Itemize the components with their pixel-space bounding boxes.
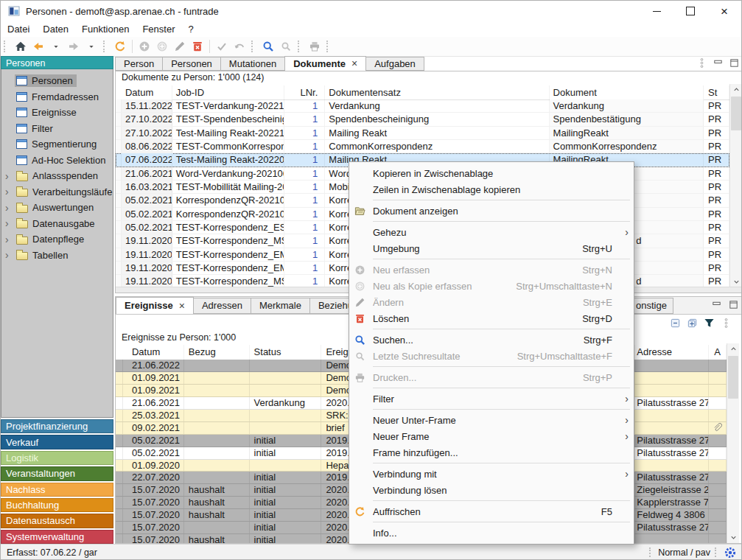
- toolbar-print-button[interactable]: [307, 38, 323, 55]
- maximize-button[interactable]: [673, 1, 707, 21]
- toolbar-home-button[interactable]: [13, 38, 29, 55]
- minimize-button[interactable]: [640, 1, 673, 21]
- toolbar-undo-button[interactable]: [231, 38, 248, 55]
- module-nachlass[interactable]: Nachlass: [1, 483, 113, 497]
- grip-handle[interactable]: [326, 41, 332, 52]
- grip-handle[interactable]: [103, 41, 108, 52]
- toolbar-edit-button[interactable]: [172, 38, 188, 55]
- sidebar-item-ad-hoc-selektion[interactable]: Ad-Hoc Selektion: [1, 153, 113, 169]
- toolbar-caret-button[interactable]: [83, 38, 99, 55]
- column-header-datum[interactable]: Datum: [122, 85, 172, 99]
- column-header-st[interactable]: St: [704, 85, 729, 99]
- kebab-icon[interactable]: [696, 57, 707, 69]
- panel-min-icon[interactable]: [711, 299, 722, 310]
- menu-item-dokument-anzeigen[interactable]: Dokument anzeigen: [349, 203, 634, 219]
- tab-merkmale[interactable]: Merkmale: [251, 298, 310, 314]
- module-veranstaltungen[interactable]: Veranstaltungen: [1, 466, 113, 480]
- panel-max-icon[interactable]: [728, 299, 739, 310]
- events-scrollbar[interactable]: [727, 343, 739, 543]
- menu-item-filter[interactable]: Filter›: [349, 391, 634, 407]
- collapse-icon[interactable]: [670, 318, 681, 329]
- menu-item-kopieren-in-zwischenablage[interactable]: Kopieren in Zwischenablage: [349, 165, 634, 181]
- panel-min-icon[interactable]: [713, 57, 724, 69]
- menu-daten[interactable]: Daten: [36, 21, 75, 37]
- sidebar-item-segmentierung[interactable]: Segmentierung: [1, 136, 113, 153]
- menu-item-verbindung-mit[interactable]: Verbindung mit›: [349, 466, 634, 482]
- close-icon[interactable]: ×: [351, 57, 357, 71]
- menu-item-auffrischen[interactable]: AuffrischenF5: [349, 503, 634, 519]
- kebab-icon[interactable]: [721, 318, 732, 329]
- close-button[interactable]: ×: [707, 1, 741, 21]
- sidebar-item-personen[interactable]: Personen: [1, 73, 113, 89]
- scroll-down-button[interactable]: [727, 532, 739, 543]
- toolbar-confirm-button[interactable]: [214, 38, 230, 55]
- sidebar-item-filter[interactable]: Filter: [1, 121, 113, 137]
- sidebar-item-verarbeitungsläufe[interactable]: ›Verarbeitungsläufe: [1, 184, 113, 200]
- tab-person[interactable]: Person: [115, 57, 163, 71]
- gear-icon[interactable]: [724, 546, 737, 559]
- toolbar-delete-button[interactable]: [189, 38, 206, 55]
- menu-item-verbindung-lösen[interactable]: Verbindung lösen: [349, 482, 634, 498]
- table-row[interactable]: 15.11.2022TEST-Verdankung-20221115-0...1…: [116, 99, 729, 113]
- menu-item-neuer-frame[interactable]: Neuer Frame›: [349, 428, 634, 444]
- toolbar-search-button[interactable]: [260, 38, 276, 55]
- column-header-lnr[interactable]: LNr.: [284, 85, 325, 99]
- scroll-down-button[interactable]: [730, 276, 742, 287]
- close-icon[interactable]: ×: [179, 298, 185, 314]
- filter-icon[interactable]: [704, 318, 715, 329]
- toolbar-search-last-button[interactable]: [278, 38, 294, 55]
- scroll-up-button[interactable]: [727, 343, 739, 354]
- expand-icon[interactable]: [687, 318, 698, 329]
- column-header-dokument[interactable]: Dokument: [550, 85, 704, 99]
- column-header-a[interactable]: A: [709, 345, 727, 360]
- tab-adressen[interactable]: Adressen: [193, 298, 251, 314]
- module-logistik[interactable]: Logistik: [1, 451, 113, 465]
- menu-item-gehezu[interactable]: Gehezu›: [349, 224, 634, 240]
- tab-mutationen[interactable]: Mutationen: [220, 57, 285, 71]
- toolbar-add-button[interactable]: [136, 38, 153, 55]
- menu-funktionen[interactable]: Funktionen: [75, 21, 136, 37]
- module-datenaustausch[interactable]: Datenaustausch: [1, 514, 113, 528]
- column-header-status[interactable]: Status: [250, 345, 322, 360]
- column-header-bezug[interactable]: Bezug: [184, 345, 250, 360]
- scroll-up-button[interactable]: [730, 84, 742, 95]
- sidebar-item-tabellen[interactable]: ›Tabellen: [1, 248, 113, 264]
- toolbar-refresh-button[interactable]: [112, 38, 128, 55]
- panel-max-icon[interactable]: [729, 57, 740, 69]
- grip-handle[interactable]: [251, 41, 256, 52]
- sidebar-item-datenausgabe[interactable]: ›Datenausgabe: [1, 216, 113, 232]
- sidebar-item-ereignisse[interactable]: Ereignisse: [1, 105, 113, 121]
- grip-handle[interactable]: [298, 41, 303, 52]
- sidebar-item-auswertungen[interactable]: ›Auswertungen: [1, 200, 113, 216]
- toolbar-forward-button[interactable]: [66, 38, 82, 55]
- tab-aufgaben[interactable]: Aufgaben: [365, 57, 424, 71]
- sidebar-item-datenpflege[interactable]: ›Datenpflege: [1, 231, 113, 248]
- menu-item[interactable]: ?: [181, 21, 200, 37]
- module-projektfinanzierung[interactable]: Projektfinanzierung: [1, 419, 113, 433]
- table-row[interactable]: 27.10.2022TEST-Spendenbescheinigung-...1…: [116, 113, 729, 126]
- menu-item-info[interactable]: Info...: [349, 525, 634, 541]
- module-verkauf[interactable]: Verkauf: [1, 435, 113, 449]
- menu-item-neuer-unter-frame[interactable]: Neuer Unter-Frame›: [349, 412, 634, 428]
- menu-item-umgebung[interactable]: UmgebungStrg+U: [349, 240, 634, 256]
- grip-handle[interactable]: [4, 41, 9, 52]
- toolbar-caret-button[interactable]: [48, 38, 64, 55]
- toolbar-back-button[interactable]: [30, 38, 46, 55]
- table-row[interactable]: 08.06.2022TEST-CommonKorrespondenz...1Co…: [116, 140, 729, 153]
- menu-datei[interactable]: Datei: [1, 21, 36, 37]
- tab-personen[interactable]: Personen: [162, 57, 221, 71]
- menu-item-suchen[interactable]: Suchen...Strg+F: [349, 332, 634, 348]
- menu-item-frame-hinzufügen[interactable]: Frame hinzufügen...: [349, 444, 634, 461]
- scrollbar-thumb[interactable]: [731, 97, 741, 130]
- module-buchhaltung[interactable]: Buchhaltung: [1, 498, 113, 512]
- tab-dokumente[interactable]: Dokumente×: [284, 56, 366, 71]
- column-header-adresse[interactable]: Adresse: [635, 345, 709, 360]
- toolbar-add-copy-button[interactable]: [154, 38, 170, 55]
- sidebar-item-fremdadressen[interactable]: Fremdadressen: [1, 89, 113, 105]
- sidebar-item-anlassspenden[interactable]: ›Anlassspenden: [1, 168, 113, 184]
- menu-item-zeilen-in-zwischenablage-kopieren[interactable]: Zeilen in Zwischenablage kopieren: [349, 181, 634, 197]
- menu-item-löschen[interactable]: LöschenStrg+D: [349, 310, 634, 326]
- grip-handle[interactable]: [649, 547, 654, 557]
- grip-handle[interactable]: [715, 547, 719, 557]
- column-header-job-id[interactable]: Job-ID: [172, 85, 285, 99]
